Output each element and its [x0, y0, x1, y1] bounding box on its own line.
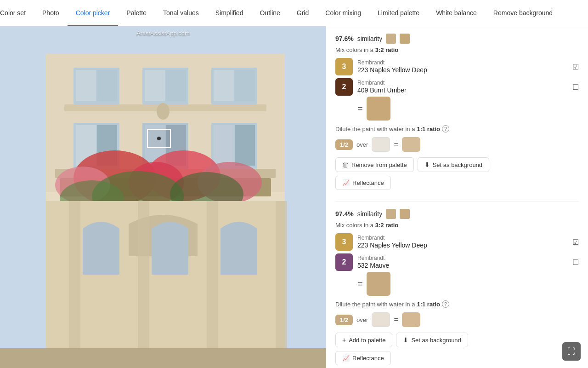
svg-rect-34 — [69, 201, 80, 368]
building-scene — [0, 26, 326, 368]
nav-item-palette[interactable]: Palette — [118, 0, 155, 26]
paint-number-2b: 2 — [335, 253, 353, 271]
paint-name-1b: 409 Burnt Umber — [357, 86, 407, 94]
paint-check-1b[interactable]: ☐ — [572, 83, 579, 92]
paint-check-2a[interactable]: ☑ — [572, 238, 579, 247]
similarity-row-2: 97.4% similarity — [335, 209, 579, 219]
svg-rect-8 — [166, 70, 186, 101]
background-icon-2: ⬇ — [403, 336, 408, 344]
plus-icon-2: + — [342, 336, 346, 344]
action-buttons-1: 🗑 Remove from palette ⬇ Set as backgroun… — [335, 157, 579, 172]
reflectance-btn-1[interactable]: 📈 Reflectance — [335, 176, 391, 190]
svg-rect-35 — [138, 201, 149, 368]
paint-number-1a: 3 — [335, 58, 353, 75]
mix-ratio-row-1: Mix colors in a 3:2 ratio — [335, 46, 579, 53]
svg-rect-4 — [76, 70, 96, 101]
equals-result-1: = — [357, 97, 579, 121]
paint-name-1a: 223 Naples Yellow Deep — [357, 66, 427, 74]
paint-row-2a: 3 Rembrandt 223 Naples Yellow Deep ☑ — [335, 233, 579, 251]
svg-rect-22 — [235, 125, 255, 166]
selection-box[interactable] — [147, 129, 171, 148]
swatch-mini-1b — [400, 34, 410, 44]
equals-result-2: = — [357, 272, 579, 296]
ratio-result-swatch-1 — [402, 137, 420, 152]
similarity-row-1: 97.6% similarity — [335, 34, 579, 44]
paint-info-2a: Rembrandt 223 Naples Yellow Deep — [357, 235, 568, 249]
ratio-display-2: 1/2 over = — [335, 312, 579, 327]
nav-item-photo[interactable]: Photo — [34, 0, 68, 26]
nav-item-grid[interactable]: Grid — [288, 0, 317, 26]
paint-row-1b: 2 Rembrandt 409 Burnt Umber ☐ — [335, 78, 579, 96]
nav-item-color-set[interactable]: Color set — [0, 0, 34, 26]
paint-brand-1a: Rembrandt — [357, 59, 568, 66]
selection-dot — [157, 137, 161, 140]
paint-number-2a: 3 — [335, 233, 353, 251]
add-to-palette-btn-2[interactable]: + Add to palette — [335, 333, 392, 347]
svg-rect-10 — [214, 70, 234, 101]
swatch-mini-2b — [400, 209, 410, 219]
similarity-label-2: similarity — [357, 210, 382, 218]
watermark: ArtistAssistApp.com — [0, 30, 326, 37]
swatch-mini-2a — [386, 209, 396, 219]
nav-item-remove-background[interactable]: Remove background — [485, 0, 561, 26]
reflectance-buttons-1: 📈 Reflectance — [335, 176, 579, 190]
chart-icon-2: 📈 — [342, 355, 350, 362]
paint-check-1a[interactable]: ☑ — [572, 63, 579, 71]
paint-check-2b[interactable]: ☐ — [572, 258, 579, 267]
ratio-swatch-light-2 — [372, 312, 390, 327]
nav-item-limited-palette[interactable]: Limited palette — [369, 0, 428, 26]
results-panel: 97.6% similarity Mix colors in a 3:2 rat… — [326, 26, 588, 368]
svg-rect-7 — [145, 70, 165, 101]
fullscreen-button[interactable]: ⛶ — [562, 342, 581, 361]
mix-ratio-row-2: Mix colors in a 3:2 ratio — [335, 222, 579, 229]
paint-info-1b: Rembrandt 409 Burnt Umber — [357, 80, 568, 94]
set-as-background-btn-1[interactable]: ⬇ Set as background — [418, 157, 489, 172]
ratio-badge-2: 1/2 — [335, 315, 353, 325]
dilute-row-1: Dilute the paint with water in a 1:1 rat… — [335, 125, 579, 132]
paint-name-2a: 223 Naples Yellow Deep — [357, 242, 427, 249]
set-as-background-btn-2[interactable]: ⬇ Set as background — [396, 333, 468, 347]
color-card-2: 97.4% similarity Mix colors in a 3:2 rat… — [335, 209, 579, 365]
ratio-badge-1: 1/2 — [335, 139, 353, 150]
nav-item-color-picker[interactable]: Color picker — [68, 0, 119, 26]
background-icon-1: ⬇ — [424, 161, 430, 168]
paint-brand-1b: Rembrandt — [357, 80, 568, 86]
trash-icon-1: 🗑 — [342, 161, 349, 168]
reflectance-buttons-2: 📈 Reflectance — [335, 351, 579, 365]
help-icon-1[interactable]: ? — [442, 125, 449, 132]
action-buttons-2: + Add to palette ⬇ Set as background — [335, 333, 579, 347]
nav-item-outline[interactable]: Outline — [251, 0, 288, 26]
svg-point-13 — [157, 103, 170, 120]
paint-number-1b: 2 — [335, 78, 353, 96]
main-content: ArtistAssistApp.com — [0, 26, 588, 368]
ratio-over-1: over — [356, 141, 368, 148]
reflectance-btn-2[interactable]: 📈 Reflectance — [335, 351, 391, 365]
expand-icon: ⛶ — [567, 347, 576, 356]
ratio-swatch-light-1 — [372, 137, 390, 152]
paint-brand-2a: Rembrandt — [357, 235, 568, 241]
svg-rect-5 — [97, 70, 117, 101]
paint-row-2b: 2 Rembrandt 532 Mauve ☐ — [335, 253, 579, 271]
ratio-display-1: 1/2 over = — [335, 137, 579, 152]
nav-item-color-mixing[interactable]: Color mixing — [317, 0, 369, 26]
similarity-pct-1: 97.6% — [335, 35, 354, 42]
svg-rect-38 — [0, 348, 326, 368]
ratio-result-swatch-2 — [402, 312, 420, 327]
paint-info-1a: Rembrandt 223 Naples Yellow Deep — [357, 59, 568, 74]
paint-info-2b: Rembrandt 532 Mauve — [357, 255, 568, 270]
svg-rect-36 — [207, 201, 218, 368]
dilute-row-2: Dilute the paint with water in a 1:1 rat… — [335, 300, 579, 308]
remove-from-palette-btn-1[interactable]: 🗑 Remove from palette — [335, 157, 414, 172]
result-swatch-1 — [367, 97, 390, 121]
help-icon-2[interactable]: ? — [442, 300, 449, 308]
paint-brand-2b: Rembrandt — [357, 255, 568, 261]
image-panel[interactable]: ArtistAssistApp.com — [0, 26, 326, 368]
nav-item-tonal-values[interactable]: Tonal values — [155, 0, 207, 26]
swatch-mini-1a — [386, 34, 396, 44]
chart-icon-1: 📈 — [342, 179, 350, 186]
nav-item-simplified[interactable]: Simplified — [207, 0, 252, 26]
nav-item-white-balance[interactable]: White balance — [428, 0, 485, 26]
paint-name-2b: 532 Mauve — [357, 262, 389, 269]
navigation: Color setPhotoColor pickerPaletteTonal v… — [0, 0, 588, 26]
divider-1 — [335, 201, 579, 201]
